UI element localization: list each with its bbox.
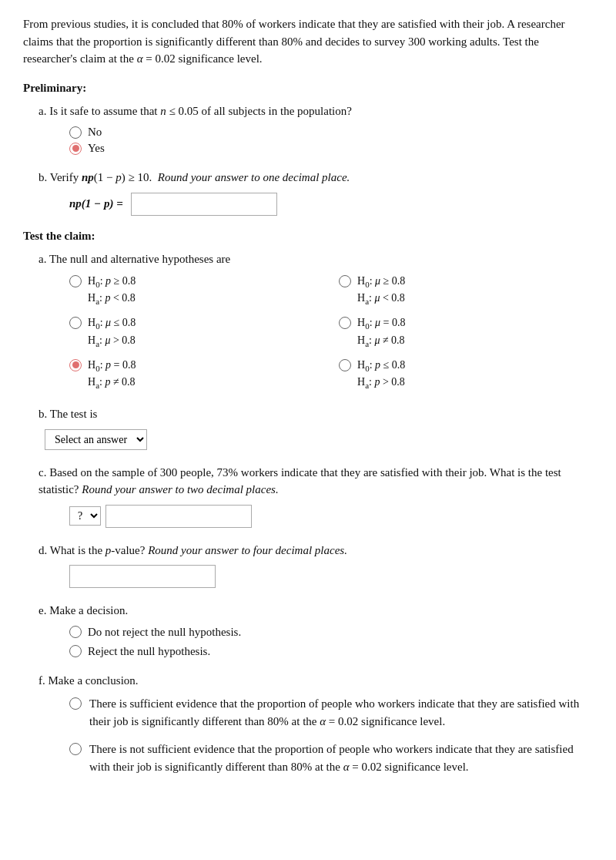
- test-claim-section: Test the claim: a. The null and alternat…: [23, 230, 593, 776]
- conclusion-sufficient[interactable]: There is sufficient evidence that the pr…: [69, 695, 593, 730]
- preliminary-b-formula-label: np(1 − p) =: [69, 197, 123, 210]
- preliminary-a-yes-label: Yes: [88, 142, 105, 155]
- decision-reject-label: Reject the null hypothesis.: [88, 645, 210, 658]
- test-claim-b: b. The test is Select an answer Left-tai…: [38, 405, 593, 450]
- intro-text: From previous studies, it is concluded t…: [23, 15, 593, 68]
- hyp-option-3[interactable]: H0: μ ≤ 0.8 Ha: μ > 0.8: [69, 315, 323, 349]
- hyp-radio-1: [69, 275, 82, 287]
- preliminary-a: a. Is it safe to assume that n ≤ 0.05 of…: [38, 102, 593, 156]
- hypotheses-grid: H0: p ≥ 0.8 Ha: p < 0.8 H0: μ ≥ 0.8 Ha: …: [69, 274, 593, 391]
- preliminary-a-options: No Yes: [69, 126, 593, 155]
- hyp-option-2[interactable]: H0: μ ≥ 0.8 Ha: μ < 0.8: [339, 274, 593, 307]
- preliminary-b: b. Verify np(1 − p) ≥ 10. Round your ans…: [38, 169, 593, 216]
- preliminary-b-input[interactable]: [131, 193, 277, 216]
- hyp-radio-3: [69, 317, 82, 329]
- hyp-text-1: H0: p ≥ 0.8 Ha: p < 0.8: [88, 274, 136, 307]
- test-claim-f: f. Make a conclusion. There is sufficien…: [38, 672, 593, 776]
- decision-options: Do not reject the null hypothesis. Rejec…: [69, 626, 593, 658]
- test-stat-row: ? z t: [69, 505, 593, 528]
- hyp-option-4[interactable]: H0: μ = 0.8 Ha: μ ≠ 0.8: [339, 315, 593, 349]
- conclusion-not-sufficient-radio: [69, 743, 82, 755]
- conclusion-not-sufficient-label: There is not sufficient evidence that th…: [89, 741, 593, 775]
- preliminary-a-no[interactable]: No: [69, 126, 593, 139]
- test-claim-e: e. Make a decision. Do not reject the nu…: [38, 602, 593, 658]
- hyp-option-6[interactable]: H0: p ≤ 0.8 Ha: p > 0.8: [339, 358, 593, 391]
- decision-do-not-reject[interactable]: Do not reject the null hypothesis.: [69, 626, 593, 639]
- test-claim-c-question: c. Based on the sample of 300 people, 73…: [38, 464, 593, 499]
- hyp-option-5[interactable]: H0: p = 0.8 Ha: p ≠ 0.8: [69, 358, 323, 391]
- decision-reject-radio: [69, 645, 82, 657]
- preliminary-heading: Preliminary:: [23, 82, 593, 95]
- preliminary-b-formula-row: np(1 − p) =: [69, 193, 593, 216]
- preliminary-a-no-label: No: [88, 126, 102, 139]
- preliminary-section: Preliminary: a. Is it safe to assume tha…: [23, 82, 593, 216]
- test-claim-e-question: e. Make a decision.: [38, 602, 593, 620]
- preliminary-a-yes-radio: [69, 143, 82, 155]
- conclusion-sufficient-label: There is sufficient evidence that the pr…: [89, 695, 593, 730]
- hyp-radio-6: [339, 359, 351, 371]
- decision-do-not-reject-radio: [69, 626, 82, 638]
- preliminary-a-no-radio: [69, 126, 82, 139]
- test-claim-d: d. What is the p-value? Round your answe…: [38, 542, 593, 589]
- test-stat-input[interactable]: [105, 505, 252, 528]
- pvalue-input[interactable]: [69, 565, 216, 588]
- preliminary-b-question: b. Verify np(1 − p) ≥ 10. Round your ans…: [38, 169, 593, 186]
- conclusion-options: There is sufficient evidence that the pr…: [69, 695, 593, 775]
- conclusion-not-sufficient[interactable]: There is not sufficient evidence that th…: [69, 741, 593, 775]
- hyp-option-1[interactable]: H0: p ≥ 0.8 Ha: p < 0.8: [69, 274, 323, 307]
- decision-do-not-reject-label: Do not reject the null hypothesis.: [88, 626, 241, 639]
- hyp-text-6: H0: p ≤ 0.8 Ha: p > 0.8: [357, 358, 405, 391]
- hyp-text-2: H0: μ ≥ 0.8 Ha: μ < 0.8: [357, 274, 405, 307]
- test-claim-b-question: b. The test is: [38, 405, 593, 423]
- test-claim-d-question: d. What is the p-value? Round your answe…: [38, 542, 593, 559]
- hyp-text-4: H0: μ = 0.8 Ha: μ ≠ 0.8: [357, 315, 405, 349]
- test-claim-a-question: a. The null and alternative hypotheses a…: [38, 250, 593, 268]
- conclusion-sufficient-radio: [69, 697, 82, 710]
- test-claim-c: c. Based on the sample of 300 people, 73…: [38, 464, 593, 528]
- decision-reject[interactable]: Reject the null hypothesis.: [69, 645, 593, 658]
- hyp-text-5: H0: p = 0.8 Ha: p ≠ 0.8: [88, 358, 136, 391]
- hyp-text-3: H0: μ ≤ 0.8 Ha: μ > 0.8: [88, 315, 136, 349]
- test-claim-heading: Test the claim:: [23, 230, 593, 243]
- preliminary-a-question: a. Is it safe to assume that n ≤ 0.05 of…: [38, 102, 593, 120]
- preliminary-a-yes[interactable]: Yes: [69, 142, 593, 155]
- hyp-radio-2: [339, 275, 351, 287]
- hyp-radio-4: [339, 317, 351, 329]
- test-claim-f-question: f. Make a conclusion.: [38, 672, 593, 690]
- test-claim-a: a. The null and alternative hypotheses a…: [38, 250, 593, 392]
- test-type-select[interactable]: Select an answer Left-tailed Right-taile…: [45, 429, 147, 450]
- hyp-radio-5: [69, 359, 82, 371]
- test-stat-sign-select[interactable]: ? z t: [69, 506, 101, 526]
